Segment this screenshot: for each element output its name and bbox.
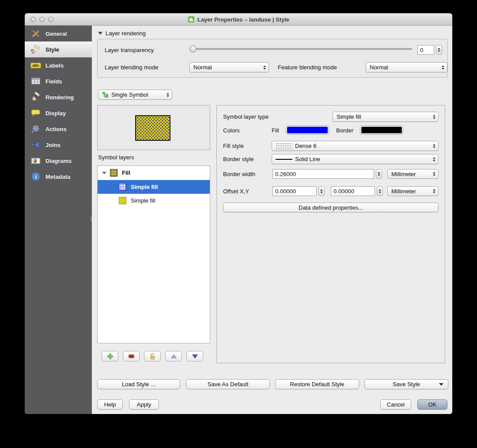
layer-rendering-groupbox: Layer transparency Layer blending mode N… — [97, 39, 448, 78]
offset-y-stepper[interactable] — [377, 186, 383, 196]
collapse-triangle-icon — [98, 32, 102, 35]
sidebar-item-diagrams[interactable]: Diagrams — [25, 153, 92, 169]
stepper-down-icon — [320, 192, 323, 193]
tree-row-label: Fill — [122, 169, 130, 176]
border-width-unit-value: Millimeter — [391, 171, 416, 177]
layer-blending-mode-label: Layer blending mode — [105, 64, 158, 71]
sidebar-item-style[interactable]: Style — [25, 41, 92, 57]
apply-button[interactable]: Apply — [129, 399, 159, 410]
qgis-logo-icon — [188, 16, 195, 23]
offset-y-input[interactable] — [331, 186, 375, 196]
sidebar-label: Labels — [45, 62, 64, 69]
paintbrush-icon — [30, 44, 42, 55]
renderer-type-value: Single Symbol — [111, 91, 148, 98]
help-button[interactable]: Help — [97, 399, 123, 410]
border-width-unit-select[interactable]: Millimeter — [387, 169, 439, 179]
save-style-button[interactable]: Save Style — [364, 379, 448, 389]
restore-default-style-button[interactable]: Restore Default Style — [275, 379, 359, 389]
offset-x-stepper[interactable] — [318, 186, 325, 196]
symbol-layer-type-select[interactable]: Simple fill — [333, 112, 439, 122]
border-width-label: Border width — [223, 171, 255, 177]
save-as-default-label: Save As Default — [208, 381, 249, 388]
stepper-up-icon — [438, 48, 440, 49]
sidebar-item-general[interactable]: General — [25, 26, 92, 41]
stepper-up-icon — [378, 172, 380, 173]
solid-line-swatch — [276, 159, 292, 160]
sidebar-label: Diagrams — [45, 158, 72, 164]
save-as-default-button[interactable]: Save As Default — [186, 379, 270, 389]
fill-color-button[interactable] — [286, 125, 329, 135]
sidebar-label: Metadata — [45, 173, 70, 180]
speech-bubble-icon — [30, 108, 42, 118]
diagram-icon — [30, 155, 42, 166]
minus-icon — [128, 353, 135, 360]
sidebar-item-actions[interactable]: Actions — [25, 121, 92, 137]
offset-unit-select[interactable]: Millimeter — [387, 186, 439, 196]
abc-label-icon: abc — [30, 60, 42, 71]
tree-row-simple-fill-selected[interactable]: Simple fill — [98, 180, 210, 194]
border-style-value: Solid Line — [295, 156, 320, 162]
up-triangle-icon — [170, 353, 178, 360]
brush-icon — [30, 92, 42, 102]
remove-symbol-layer-button[interactable] — [123, 351, 140, 361]
ok-label: OK — [428, 401, 437, 408]
dense-pattern-swatch — [276, 143, 292, 149]
expand-triangle-icon[interactable] — [102, 172, 106, 174]
window-title: Layer Properties – landuse | Style — [197, 16, 289, 23]
layer-rendering-section-header[interactable]: Layer rendering — [98, 30, 146, 37]
add-symbol-layer-button[interactable] — [102, 351, 118, 361]
simple-fill-yellow-swatch — [119, 197, 126, 204]
load-style-button[interactable]: Load Style ... — [97, 379, 180, 389]
border-width-input[interactable] — [273, 169, 374, 179]
layer-rendering-title: Layer rendering — [106, 30, 146, 37]
offset-label: Offset X,Y — [223, 188, 249, 195]
border-color-button[interactable] — [360, 125, 403, 135]
join-arrow-icon — [30, 139, 42, 150]
symbol-layer-type-label: Symbol layer type — [223, 113, 269, 120]
fill-color-swatch — [287, 127, 328, 133]
table-icon — [30, 76, 42, 87]
popup-arrows-icon — [433, 189, 435, 193]
layer-transparency-stepper[interactable] — [436, 45, 442, 55]
border-style-select[interactable]: Solid Line — [272, 154, 439, 164]
offset-unit-value: Millimeter — [391, 188, 416, 195]
fill-color-label: Fill — [272, 127, 279, 134]
sidebar-item-labels[interactable]: abc Labels — [25, 57, 92, 73]
restore-default-style-label: Restore Default Style — [290, 381, 344, 388]
layer-transparency-slider[interactable] — [189, 45, 412, 53]
sidebar-label: Style — [45, 46, 59, 53]
sidebar-label: Joins — [45, 142, 61, 148]
sidebar-item-fields[interactable]: Fields — [25, 73, 92, 89]
tree-row-fill[interactable]: Fill — [98, 166, 210, 180]
lock-colors-button[interactable] — [144, 351, 161, 361]
popup-arrows-icon — [433, 115, 435, 119]
cancel-button[interactable]: Cancel — [380, 399, 411, 410]
layer-blending-mode-select[interactable]: Normal — [189, 62, 269, 72]
symbol-layers-tree: Fill Simple fill Simple fill — [97, 166, 210, 343]
offset-x-input[interactable] — [273, 186, 317, 196]
fill-style-select[interactable]: Dense 6 — [272, 141, 439, 151]
data-defined-properties-label: Data defined properties... — [299, 204, 363, 211]
border-width-stepper[interactable] — [376, 169, 382, 179]
title-bar: Layer Properties – landuse | Style — [25, 13, 452, 26]
open-lock-icon — [149, 353, 156, 360]
tree-row-label: Simple fill — [131, 197, 155, 204]
renderer-type-select[interactable]: Single Symbol — [98, 90, 172, 100]
move-layer-down-button[interactable] — [186, 351, 203, 361]
slider-track[interactable] — [189, 48, 412, 50]
tree-row-simple-fill[interactable]: Simple fill — [98, 194, 210, 207]
sidebar-item-joins[interactable]: Joins — [25, 137, 92, 153]
data-defined-properties-button[interactable]: Data defined properties... — [223, 203, 439, 212]
feature-blending-mode-select[interactable]: Normal — [366, 62, 447, 72]
single-symbol-icon — [102, 91, 109, 98]
ok-button[interactable]: OK — [417, 399, 447, 410]
slider-handle[interactable] — [189, 45, 197, 53]
popup-arrows-icon — [442, 65, 444, 70]
style-tab-content: Layer rendering Layer transparency Layer… — [92, 26, 452, 414]
sidebar-item-display[interactable]: Display — [25, 105, 92, 121]
sidebar-item-metadata[interactable]: i Metadata — [25, 169, 92, 184]
move-layer-up-button[interactable] — [165, 351, 182, 361]
layer-transparency-input[interactable] — [417, 45, 434, 55]
cancel-label: Cancel — [387, 401, 405, 408]
sidebar-item-rendering[interactable]: Rendering — [25, 89, 92, 105]
